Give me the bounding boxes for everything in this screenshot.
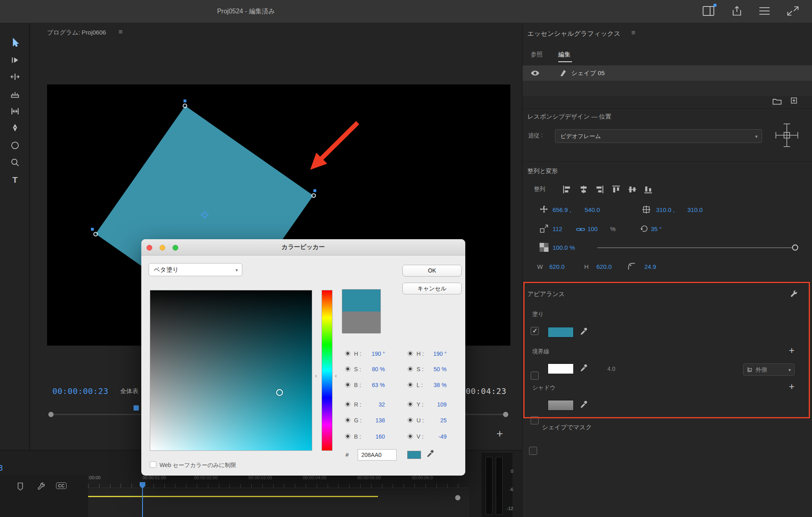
add-button[interactable]: +	[493, 427, 507, 441]
closed-captions-button[interactable]: CC	[56, 482, 67, 489]
program-panel-menu-icon[interactable]: ≡	[119, 28, 123, 36]
hsl-h-value[interactable]: 190 °	[427, 350, 447, 357]
saturation-brightness-field[interactable]	[150, 290, 312, 451]
hsl-h-radio[interactable]	[408, 351, 413, 356]
timeline-scroll-handle[interactable]	[455, 495, 460, 500]
dialog-titlebar[interactable]: カラーピッカー	[141, 239, 465, 255]
hex-input[interactable]	[358, 449, 397, 461]
height-value[interactable]: 620.0	[596, 263, 612, 270]
yuv-y-value[interactable]: 109	[427, 401, 447, 408]
rgb-b-radio[interactable]	[345, 434, 350, 439]
opacity-slider-handle[interactable]	[792, 244, 798, 251]
rgb-g-radio[interactable]	[345, 417, 350, 423]
width-value[interactable]: 620.0	[549, 263, 565, 270]
align-top-icon[interactable]	[611, 185, 621, 194]
scrollbar-right-handle[interactable]	[503, 412, 508, 417]
workspace-panel-icon[interactable]	[702, 6, 715, 16]
anchor-x-value[interactable]: 310.0 ,	[656, 206, 675, 213]
type-tool[interactable]: T	[9, 174, 21, 186]
share-export-icon[interactable]	[731, 6, 743, 16]
ok-button[interactable]: OK	[402, 265, 462, 277]
rgb-r-radio[interactable]	[345, 402, 350, 407]
essential-graphics-menu-icon[interactable]: ≡	[631, 29, 635, 37]
rgb-r-value[interactable]: 32	[365, 401, 385, 408]
hsb-h-radio[interactable]	[345, 351, 350, 356]
selection-tool[interactable]	[9, 37, 21, 49]
stroke-color-swatch[interactable]	[548, 363, 574, 374]
chevron-left-icon[interactable]: ‹	[335, 372, 337, 379]
current-timecode[interactable]: 00:00:00:23	[52, 386, 108, 396]
yuv-v-radio[interactable]	[408, 434, 413, 439]
stroke-align-dropdown[interactable]: 外側 ▾	[743, 363, 795, 376]
hsb-b-value[interactable]: 63 %	[365, 382, 385, 388]
appearance-wrench-icon[interactable]	[790, 290, 799, 299]
shadow-checkbox[interactable]	[531, 416, 539, 424]
yuv-v-value[interactable]: -49	[427, 433, 447, 440]
shape-vertex-handle[interactable]	[311, 193, 316, 198]
slip-tool[interactable]	[9, 105, 21, 117]
position-y-value[interactable]: 540.0	[585, 206, 600, 213]
align-left-icon[interactable]	[562, 185, 572, 194]
rotation-value[interactable]: 35 °	[651, 225, 662, 232]
align-right-icon[interactable]	[595, 185, 604, 194]
fullscreen-icon[interactable]	[787, 6, 799, 16]
corner-radius-value[interactable]: 24.9	[644, 263, 656, 270]
color-field-cursor[interactable]	[276, 389, 283, 396]
hsb-b-radio[interactable]	[345, 382, 350, 387]
razor-tool[interactable]	[9, 88, 21, 100]
responsive-position-widget[interactable]	[773, 121, 800, 150]
hsb-s-radio[interactable]	[345, 366, 350, 372]
visibility-eye-icon[interactable]	[531, 69, 540, 77]
add-marker-icon[interactable]	[15, 482, 25, 491]
fill-checkbox[interactable]	[531, 327, 539, 335]
chevron-right-icon[interactable]: ›	[315, 372, 317, 379]
opacity-slider-track[interactable]	[597, 247, 796, 248]
hsb-s-value[interactable]: 80 %	[365, 366, 385, 372]
zoom-level-dropdown[interactable]: 全体表	[120, 387, 138, 395]
shape-vertex-handle[interactable]	[93, 232, 98, 236]
timeline-settings-wrench-icon[interactable]	[37, 482, 46, 491]
add-shadow-button[interactable]: +	[789, 381, 795, 392]
new-folder-icon[interactable]	[773, 98, 782, 105]
hsl-s-radio[interactable]	[408, 366, 413, 372]
shape-vertex-handle[interactable]	[183, 104, 187, 108]
clip-top-edge[interactable]	[88, 496, 378, 497]
hsl-l-radio[interactable]	[408, 382, 413, 387]
scrollbar-left-handle[interactable]	[48, 412, 54, 417]
stroke-eyedropper-icon[interactable]	[579, 363, 588, 372]
yuv-y-radio[interactable]	[408, 402, 413, 407]
shape-corner-handle[interactable]	[184, 100, 186, 102]
align-bottom-icon[interactable]	[644, 185, 653, 194]
quick-export-lines-icon[interactable]	[758, 6, 771, 16]
fill-eyedropper-icon[interactable]	[579, 327, 588, 336]
ripple-edit-tool[interactable]	[9, 71, 21, 83]
hex-eyedropper-icon[interactable]	[425, 449, 434, 458]
mask-with-shape-checkbox[interactable]	[529, 447, 537, 455]
add-stroke-button[interactable]: +	[789, 345, 795, 356]
hsb-h-value[interactable]: 190 °	[365, 350, 385, 357]
fill-mode-dropdown[interactable]: ベタ塗り ▾	[149, 263, 242, 276]
scale-link-value[interactable]: 100	[587, 225, 598, 232]
shadow-eyedropper-icon[interactable]	[579, 400, 588, 409]
anchor-y-value[interactable]: 310.0	[687, 206, 703, 213]
position-x-value[interactable]: 656.9 ,	[553, 206, 571, 213]
layer-row-shape05[interactable]: シェイプ 05	[523, 65, 812, 81]
shape-corner-handle[interactable]	[91, 228, 94, 231]
stroke-width-value[interactable]: 4.0	[607, 366, 615, 372]
fill-color-swatch[interactable]	[548, 327, 574, 337]
shadow-color-swatch[interactable]	[548, 400, 574, 411]
cancel-button[interactable]: キャンセル	[402, 283, 462, 294]
align-center-horizontal-icon[interactable]	[579, 185, 588, 194]
align-center-vertical-icon[interactable]	[628, 185, 637, 194]
anchor-point-indicator[interactable]	[201, 211, 209, 219]
playhead-position-marker[interactable]	[134, 405, 139, 411]
zoom-tool[interactable]	[9, 156, 21, 169]
yuv-u-radio[interactable]	[408, 417, 413, 423]
opacity-value[interactable]: 100.0 %	[553, 244, 575, 251]
tab-browse[interactable]: 参照	[531, 51, 543, 58]
hsl-s-value[interactable]: 50 %	[427, 366, 447, 372]
yuv-u-value[interactable]: 25	[427, 417, 447, 424]
scale-value[interactable]: 112	[553, 225, 562, 232]
hsl-l-value[interactable]: 38 %	[427, 382, 447, 388]
pen-tool[interactable]	[9, 122, 21, 134]
